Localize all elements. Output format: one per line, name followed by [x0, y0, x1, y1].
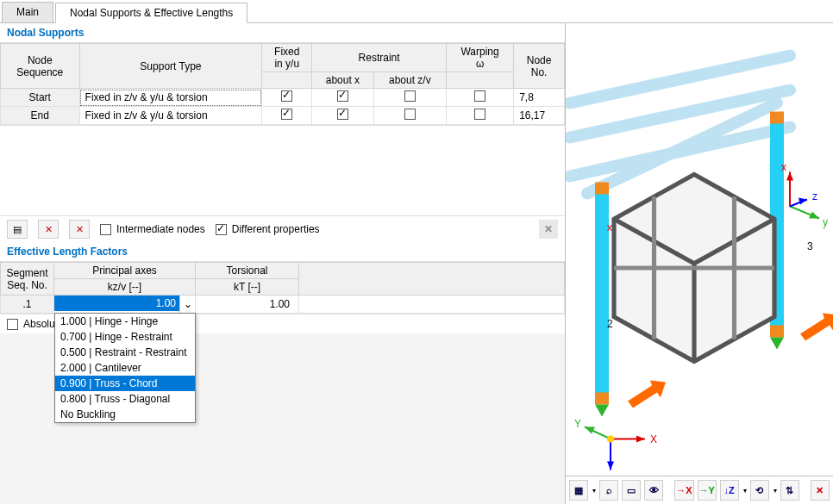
rotate-button[interactable]: ⟲ — [750, 480, 769, 501]
col-about-x: about x — [312, 72, 374, 89]
table-row[interactable]: End Fixed in z/v & y/u & torsion 16,17 — [1, 107, 565, 125]
pan-button[interactable]: ⇅ — [780, 480, 799, 501]
dropdown-item[interactable]: 0.500 | Restraint - Restraint — [55, 345, 195, 360]
col-torsional: Torsional — [196, 263, 299, 279]
intermediate-nodes-label: Intermediate nodes — [116, 223, 205, 235]
reset-view-button[interactable]: ✕ — [811, 480, 830, 501]
tab-main[interactable]: Main — [2, 2, 53, 22]
viewport-toolbar: ▦▾ ⌕ ▭ 👁 →X →Y ↓Z▾ ⟲▾ ⇅ ✕ — [566, 476, 833, 504]
delete-all-button[interactable]: ✕ — [69, 220, 90, 239]
view-mode-button[interactable]: ▦ — [569, 480, 588, 501]
dropdown-item[interactable]: 0.700 | Hinge - Restraint — [55, 329, 195, 345]
col-seg-no: Segment Seq. No. — [1, 263, 54, 296]
col-principal: Principal axes — [54, 263, 196, 279]
fixed-checkbox[interactable] — [262, 89, 312, 107]
seg-cell: .1 — [1, 296, 54, 314]
fit-button[interactable]: ▭ — [622, 480, 641, 501]
col-fixed-group: Fixed in y/u — [262, 44, 312, 72]
different-properties-option[interactable]: Different properties — [216, 223, 320, 235]
close-panel-button[interactable]: ✕ — [539, 220, 558, 239]
about-zv-checkbox[interactable] — [373, 89, 446, 107]
support-type-cell[interactable]: Fixed in z/v & y/u & torsion — [79, 89, 262, 107]
about-x-checkbox[interactable] — [312, 89, 374, 107]
about-x-checkbox[interactable] — [312, 107, 374, 125]
dropdown-item[interactable]: 2.000 | Cantilever — [55, 360, 195, 376]
nodal-supports-table: Node Sequence Support Type Fixed in y/u … — [0, 43, 565, 125]
dropdown-item[interactable]: 0.800 | Truss - Diagonal — [55, 391, 195, 407]
col-about-zv: about z/v — [373, 72, 446, 89]
col-node-no: Node No. — [514, 44, 565, 89]
col-spacer — [299, 263, 565, 296]
zoom-button[interactable]: ⌕ — [599, 480, 618, 501]
kzv-value[interactable]: 1.00 — [54, 296, 179, 311]
absolute-lengths-label: Absolu — [23, 318, 55, 330]
elf-title: Effective Length Factors — [0, 242, 565, 262]
about-zv-checkbox[interactable] — [373, 107, 446, 125]
support-type-cell[interactable]: Fixed in z/v & y/u & torsion — [79, 107, 262, 125]
checkbox-icon — [7, 319, 18, 330]
warping-checkbox[interactable] — [446, 89, 513, 107]
view-y-button[interactable]: →Y — [698, 480, 717, 501]
node-no-cell: 7,8 — [514, 89, 565, 107]
elf-row[interactable]: .1 1.00⌄ 1.000 | Hinge - Hinge 0.700 | H… — [1, 296, 565, 314]
table-filler — [0, 125, 565, 215]
dropdown-item[interactable]: 0.900 | Truss - Chord — [55, 376, 195, 391]
tab-nodal-supports[interactable]: Nodal Supports & Effective Lengths — [55, 3, 247, 23]
col-support-type: Support Type — [79, 44, 262, 89]
col-kt: kT [--] — [196, 279, 299, 296]
visibility-button[interactable]: 👁 — [644, 480, 663, 501]
checkbox-icon — [216, 224, 227, 235]
left-column: Nodal Supports Node Sequence Support Typ… — [0, 23, 566, 504]
right-column: x y z x y z — [566, 23, 833, 504]
view-z-button[interactable]: ↓Z — [720, 480, 739, 501]
nodal-supports-footer: ▤ ✕ ✕ Intermediate nodes Different prope… — [0, 215, 565, 242]
table-row[interactable]: Start Fixed in z/v & y/u & torsion 7,8 — [1, 89, 565, 107]
nodal-supports-title: Nodal Supports — [0, 23, 565, 43]
add-row-button[interactable]: ▤ — [7, 220, 28, 239]
col-warping-group: Warping ω — [446, 44, 513, 72]
seq-cell: End — [1, 107, 80, 125]
col-node-sequence: Node Sequence — [1, 44, 80, 89]
kzv-dropdown: 1.000 | Hinge - Hinge 0.700 | Hinge - Re… — [54, 313, 196, 423]
chevron-down-icon[interactable]: ⌄ — [179, 296, 195, 313]
view-x-button[interactable]: →X — [674, 480, 693, 501]
content-row: Nodal Supports Node Sequence Support Typ… — [0, 23, 833, 504]
col-warping-sub — [446, 72, 513, 89]
dropdown-item[interactable]: No Buckling — [55, 407, 195, 422]
delete-row-button[interactable]: ✕ — [38, 220, 59, 239]
dropdown-item[interactable]: 1.000 | Hinge - Hinge — [55, 314, 195, 329]
nav-cube-icon[interactable] — [566, 28, 828, 476]
node-no-cell: 16,17 — [514, 107, 565, 125]
seq-cell: Start — [1, 89, 80, 107]
top-tabs: Main Nodal Supports & Effective Lengths — [0, 0, 833, 23]
col-restraint-group: Restraint — [312, 44, 447, 72]
kt-cell[interactable]: 1.00 — [196, 296, 299, 314]
intermediate-nodes-option[interactable]: Intermediate nodes — [100, 223, 205, 235]
kzv-cell[interactable]: 1.00⌄ 1.000 | Hinge - Hinge 0.700 | Hing… — [54, 296, 196, 314]
fixed-checkbox[interactable] — [262, 107, 312, 125]
checkbox-icon — [100, 224, 111, 235]
col-kzv: kz/v [--] — [54, 279, 196, 296]
elf-table: Segment Seq. No. Principal axes Torsiona… — [0, 262, 565, 314]
different-properties-label: Different properties — [232, 223, 320, 235]
3d-viewport[interactable]: x y z x y z — [566, 23, 833, 476]
spacer-cell — [299, 296, 565, 314]
col-fixed-sub — [262, 72, 312, 89]
warping-checkbox[interactable] — [446, 107, 513, 125]
